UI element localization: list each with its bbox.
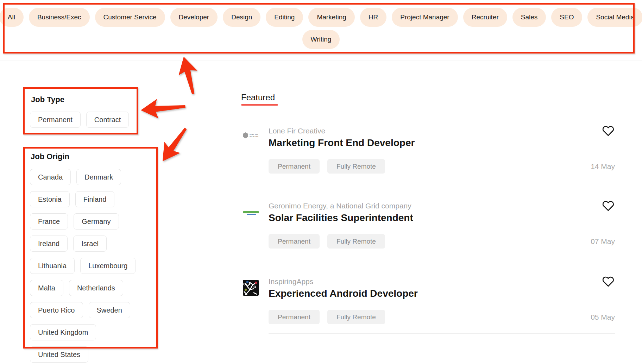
tag-job-type: Permanent: [269, 234, 320, 249]
featured-underline: [241, 104, 278, 106]
job-origin-denmark-button[interactable]: Denmark: [76, 169, 121, 185]
job-origin-finland-button[interactable]: Finland: [75, 191, 115, 207]
job-origin-germany-button[interactable]: Germany: [74, 213, 119, 230]
job-card[interactable]: InspiringApps Experienced Android Develo…: [243, 275, 615, 334]
tag-remote: Fully Remote: [327, 310, 385, 324]
job-origin-canada-button[interactable]: Canada: [30, 169, 71, 185]
category-pill-seo[interactable]: SEO: [551, 8, 582, 27]
job-origin-israel-button[interactable]: Israel: [73, 236, 107, 252]
job-title: Solar Facilities Superintendent: [269, 212, 413, 224]
category-pill-hr[interactable]: HR: [360, 8, 386, 27]
job-origin-ireland-button[interactable]: Ireland: [30, 236, 68, 252]
featured-heading: Featured: [241, 93, 275, 102]
job-origin-puerto-rico-button[interactable]: Puerto Rico: [30, 302, 83, 318]
category-pill-customer-service[interactable]: Customer Service: [95, 8, 165, 27]
job-origin-options: Canada Denmark Estonia Finland France Ge…: [30, 169, 153, 363]
category-pill-project-manager[interactable]: Project Manager: [392, 8, 458, 27]
job-type-contract-button[interactable]: Contract: [86, 112, 129, 128]
job-origin-estonia-button[interactable]: Estonia: [30, 191, 70, 207]
tag-job-type: Permanent: [269, 159, 320, 174]
job-tags: Permanent Fully Remote: [269, 159, 385, 174]
category-pill-design[interactable]: Design: [223, 8, 260, 27]
company-name: Lone Fir Creative: [269, 127, 325, 135]
job-type-heading: Job Type: [31, 95, 64, 104]
job-origin-heading: Job Origin: [31, 152, 69, 161]
inspiringapps-logo-icon: [243, 280, 259, 296]
row-divider: [269, 183, 615, 183]
job-origin-united-kingdom-button[interactable]: United Kingdom: [30, 324, 96, 340]
geronimo-logo-mark: [243, 211, 259, 213]
category-pill-sales[interactable]: Sales: [512, 8, 546, 27]
job-title: Experienced Android Developer: [269, 288, 418, 299]
job-tags: Permanent Fully Remote: [269, 234, 385, 249]
job-origin-united-states-button[interactable]: United States: [30, 346, 88, 363]
heart-icon: [602, 125, 615, 137]
category-bar-row-1: All Business/Exec Customer Service Devel…: [0, 8, 642, 27]
page: All Business/Exec Customer Service Devel…: [0, 0, 642, 364]
logo-text: LONE FIR CREATIVE: [249, 133, 259, 138]
job-tags: Permanent Fully Remote: [269, 310, 385, 324]
job-origin-malta-button[interactable]: Malta: [30, 280, 63, 296]
job-card[interactable]: Geronimo Energy, a National Grid company…: [243, 199, 615, 259]
topbar-divider: [0, 61, 642, 61]
job-origin-france-button[interactable]: France: [30, 213, 68, 230]
job-origin-lithuania-button[interactable]: Lithuania: [30, 258, 75, 274]
category-pill-editing[interactable]: Editing: [266, 8, 303, 27]
tag-remote: Fully Remote: [327, 159, 385, 174]
category-pill-social-media[interactable]: Social Media: [587, 8, 642, 27]
annotation-arrow-left-icon: [140, 97, 186, 120]
annotation-arrow-downleft-icon: [155, 123, 194, 167]
job-origin-luxembourg-button[interactable]: Luxembourg: [80, 258, 136, 274]
category-pill-developer[interactable]: Developer: [170, 8, 218, 27]
company-name: InspiringApps: [269, 277, 313, 286]
favorite-button[interactable]: [602, 200, 615, 213]
posted-date: 14 May: [591, 159, 615, 174]
category-pill-writing[interactable]: Writing: [302, 30, 340, 49]
category-pill-marketing[interactable]: Marketing: [308, 8, 354, 27]
category-pill-recruiter[interactable]: Recruiter: [463, 8, 507, 27]
tag-job-type: Permanent: [269, 310, 320, 324]
heart-icon: [602, 276, 615, 288]
favorite-button[interactable]: [602, 125, 615, 138]
tag-remote: Fully Remote: [327, 234, 385, 249]
category-pill-all[interactable]: All: [0, 8, 24, 27]
job-origin-sweden-button[interactable]: Sweden: [89, 302, 130, 318]
geronimo-logo-subline: [247, 214, 256, 215]
heart-icon: [602, 200, 615, 212]
job-type-options: Permanent Contract: [30, 112, 146, 128]
favorite-button[interactable]: [602, 276, 615, 289]
row-divider: [269, 333, 615, 334]
category-pill-business-exec[interactable]: Business/Exec: [29, 8, 90, 27]
lone-fir-emblem-icon: [243, 132, 248, 138]
company-logo: [243, 280, 259, 297]
job-origin-netherlands-button[interactable]: Netherlands: [69, 280, 123, 296]
posted-date: 07 May: [591, 234, 615, 249]
category-bar-row-2: Writing: [0, 30, 642, 49]
company-logo: [243, 211, 260, 215]
job-title: Marketing Front End Developer: [269, 137, 415, 149]
posted-date: 05 May: [591, 310, 615, 324]
company-logo: LONE FIR CREATIVE: [243, 132, 259, 138]
job-card[interactable]: LONE FIR CREATIVE Lone Fir Creative Mark…: [243, 124, 615, 184]
row-divider: [269, 258, 615, 258]
job-type-permanent-button[interactable]: Permanent: [30, 112, 81, 128]
company-name: Geronimo Energy, a National Grid company: [269, 202, 411, 210]
